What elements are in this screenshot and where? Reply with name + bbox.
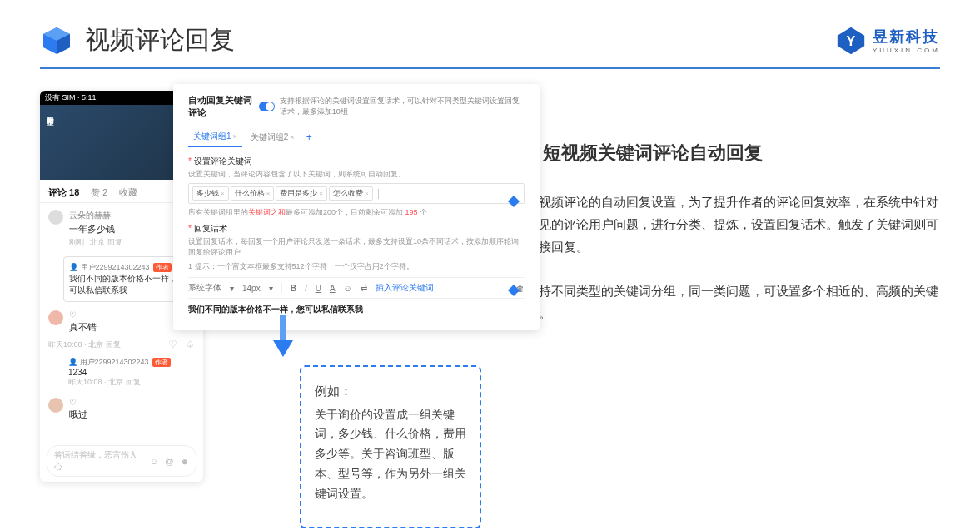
setting-desc: 支持根据评论的关键词设置回复话术，可以针对不同类型关键词设置回复话术，最多添加1…: [280, 96, 525, 117]
reply-user: 用户2299214302243: [81, 263, 150, 271]
sub-heading: 短视频关键词评论自动回复: [543, 141, 763, 166]
tab-fav[interactable]: 收藏: [119, 186, 137, 199]
tab-likes[interactable]: 赞 2: [91, 186, 107, 199]
svg-marker-6: [273, 340, 293, 357]
underline-button[interactable]: U: [316, 284, 321, 293]
bullet-item: 短视频评论的自动回复设置，为了提升作者的评论回复效率，在系统中针对常见的评论用户…: [510, 191, 939, 258]
bullet-item: 支持不同类型的关键词分组，同一类问题，可设置多个相近的、高频的关键词。: [510, 280, 939, 324]
settings-panel: 自动回复关键词评论 支持根据评论的关键词设置回复话术，可以针对不同类型关键词设置…: [173, 84, 540, 330]
editor-toolbar: 系统字体▾ 14px▾ B I U A ☺ ⇄ 插入评论关键词 🗑: [188, 277, 525, 299]
kw-tag: 怎么收费×: [329, 186, 373, 201]
link-button[interactable]: ⇄: [361, 284, 367, 293]
bullet-text: 支持不同类型的关键词分组，同一类问题，可设置多个相近的、高频的关键词。: [526, 280, 939, 324]
italic-button[interactable]: I: [305, 284, 307, 293]
avatar: [48, 310, 63, 325]
arrow-down-icon: [273, 315, 293, 357]
logo-icon: Y: [836, 26, 866, 56]
reply-text: 我们不同的版本价格不一样，您可以私信联系我: [69, 273, 189, 296]
insert-keyword[interactable]: 插入评论关键词: [376, 282, 434, 294]
section-hint: 设置回复话术，每回复一个用户评论只发送一条话术，最多支持设置10条不同话术，按添…: [188, 236, 525, 258]
input-placeholder: 善语结善缘，恶言伤人心: [54, 449, 143, 473]
comment-item: ♡ 哦过: [40, 391, 203, 426]
kw-tag: 多少钱×: [192, 186, 229, 201]
keyword-field[interactable]: 多少钱× 什么价格× 费用是多少× 怎么收费×: [188, 183, 525, 204]
reply-user-icon: 👤: [69, 263, 78, 271]
tab-kwgroup-1[interactable]: 关键词组1×: [188, 127, 242, 147]
logo: Y 昱新科技 YUUXIN.COM: [836, 26, 940, 56]
reply-item: 👤 用户2299214302243 作者 1234 昨天10:08 · 北京 回…: [63, 355, 195, 389]
comment-text: 哦过: [69, 409, 194, 421]
section-tip: 1 提示：一个富文本框最多支持512个字符，一个汉字占用2个字符。: [188, 261, 525, 272]
emoji-button[interactable]: ☺: [344, 284, 352, 293]
tab-kwgroup-2[interactable]: 关键词组2×: [246, 128, 300, 146]
reply-preview: 我们不同的版本价格不一样，您可以私信联系我: [188, 299, 525, 320]
bold-button[interactable]: B: [291, 284, 296, 293]
kw-count-hint: 所有关键词组里的关键词之和最多可添加200个，目前剩余可添加 195 个: [188, 207, 525, 218]
comment-meta: 昨天10:08 · 北京 回复: [48, 339, 121, 350]
comment-input[interactable]: 善语结善缘，恶言伤人心 ☺ @ ☻: [47, 445, 196, 477]
svg-rect-5: [280, 315, 286, 344]
close-icon[interactable]: ×: [233, 132, 237, 141]
example-box: 例如： 关于询价的设置成一组关键词，多少钱、什么价格，费用多少等。关于咨询班型、…: [300, 365, 481, 528]
reply-meta: 昨天10:08 · 北京 回复: [68, 377, 190, 388]
font-select[interactable]: 系统字体: [188, 282, 221, 294]
close-icon[interactable]: ×: [290, 133, 294, 141]
kw-tag: 费用是多少×: [276, 186, 327, 201]
section-title: 回复话术: [188, 223, 525, 235]
emoji-icon[interactable]: ☻: [180, 457, 189, 466]
reply-text: 1234: [68, 368, 190, 377]
avatar: [48, 210, 63, 225]
color-button[interactable]: A: [330, 284, 336, 293]
logo-sub: YUUXIN.COM: [873, 47, 940, 54]
at-icon[interactable]: @: [165, 457, 173, 466]
reply-user-icon: 👤: [68, 358, 77, 366]
size-select[interactable]: 14px: [242, 284, 261, 293]
dislike-icon[interactable]: ♤: [186, 339, 195, 350]
svg-text:Y: Y: [846, 33, 855, 48]
example-title: 例如：: [315, 380, 466, 402]
section-hint: 设置关键词，当评论内容包含了以下关键词，则系统可自动回复。: [188, 169, 525, 180]
reply-user: 用户2299214302243: [80, 358, 149, 366]
like-icon[interactable]: ♡: [168, 339, 177, 350]
image-icon[interactable]: ☺: [150, 457, 158, 466]
setting-label: 自动回复关键词评论: [188, 94, 254, 119]
comment-user: ♡: [69, 398, 194, 407]
tab-comments[interactable]: 评论 18: [48, 186, 79, 199]
bullet-text: 短视频评论的自动回复设置，为了提升作者的评论回复效率，在系统中针对常见的评论用户…: [526, 191, 939, 258]
page-title: 视频评论回复: [85, 23, 235, 57]
section-title: 设置评论关键词: [188, 156, 525, 167]
example-body: 关于询价的设置成一组关键词，多少钱、什么价格，费用多少等。关于咨询班型、版本、型…: [315, 405, 466, 504]
cube-icon: [40, 24, 73, 57]
avatar: [48, 398, 63, 413]
author-badge: 作者: [153, 263, 172, 272]
divider: [40, 67, 940, 69]
toggle[interactable]: [259, 102, 275, 111]
add-tab[interactable]: +: [306, 131, 312, 143]
kw-tag: 什么价格×: [231, 186, 275, 201]
logo-main: 昱新科技: [873, 27, 939, 47]
author-badge: 作者: [152, 358, 171, 367]
